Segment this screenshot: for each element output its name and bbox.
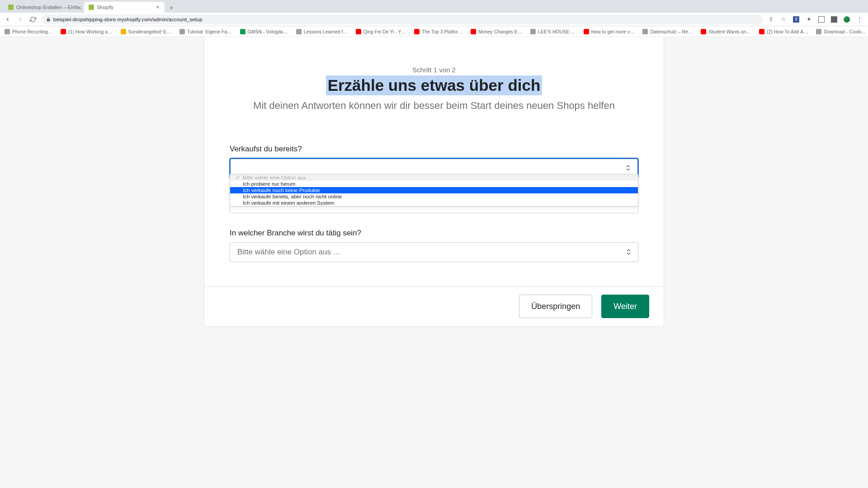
tab-label: Onlineshop Erstellen – Einfac bbox=[16, 5, 81, 10]
select-already-selling[interactable]: ✓Bitte wähle eine Option aus … Ich probi… bbox=[230, 158, 638, 178]
bookmark-item[interactable]: GMSN - Vologda… bbox=[240, 29, 288, 34]
back-icon[interactable] bbox=[4, 15, 12, 23]
bookmark-label: Phone Recycling… bbox=[12, 29, 52, 34]
bookmark-item[interactable]: LEE'S HOUSE:… bbox=[530, 29, 576, 34]
bookmark-label: GMSN - Vologda… bbox=[248, 29, 288, 34]
bookmark-label: Student Wants an… bbox=[708, 29, 751, 34]
bookmark-item[interactable]: Qing Fei De Yi - Y… bbox=[356, 29, 406, 34]
bookmark-favicon-icon bbox=[642, 29, 648, 34]
bookmark-item[interactable]: (1) How Working a… bbox=[61, 29, 112, 34]
favicon-icon bbox=[89, 5, 94, 10]
url-text: beispiel-dropshipping-store.myshopify.co… bbox=[53, 17, 203, 22]
tab-label: Shopify bbox=[97, 5, 113, 10]
bookmark-label: Tutorial: Eigene Fa… bbox=[187, 29, 232, 34]
question3-label: In welcher Branche wirst du tätig sein? bbox=[230, 229, 638, 238]
bookmark-label: LEE'S HOUSE:… bbox=[538, 29, 576, 34]
dropdown-option[interactable]: Ich verkaufe mit einem anderen System bbox=[230, 200, 638, 206]
bookmark-label: Money Changes E… bbox=[478, 29, 522, 34]
bookmark-favicon-icon bbox=[414, 29, 420, 34]
select-industry[interactable]: Bitte wähle eine Option aus … bbox=[230, 242, 638, 262]
ext-icon[interactable]: f bbox=[793, 16, 799, 23]
bookmark-item[interactable]: (2) How To Add A… bbox=[759, 29, 808, 34]
bookmark-label: Download - Cooki… bbox=[824, 29, 866, 34]
extension-icons: ⇧ ☆ f ✦ ⋮ bbox=[768, 16, 864, 23]
page-title: Erzähle uns etwas über dich bbox=[326, 75, 542, 95]
bookmark-label: (1) How Working a… bbox=[68, 29, 112, 34]
new-tab-button[interactable]: + bbox=[166, 3, 176, 13]
tab-onlineshop[interactable]: Onlineshop Erstellen – Einfac × bbox=[4, 2, 84, 13]
dropdown-option[interactable]: Ich probiere nur herum bbox=[230, 181, 638, 187]
bookmark-favicon-icon bbox=[356, 29, 361, 34]
bookmark-favicon-icon bbox=[759, 29, 764, 34]
toolbar: beispiel-dropshipping-store.myshopify.co… bbox=[0, 13, 868, 26]
dropdown-option-selected[interactable]: Ich verkaufe noch keine Produkte bbox=[230, 187, 638, 193]
ext-icon[interactable] bbox=[818, 16, 825, 23]
bookmark-label: Sonderangebot! E… bbox=[128, 29, 171, 34]
bookmark-favicon-icon bbox=[296, 29, 302, 34]
reload-icon[interactable] bbox=[29, 15, 37, 23]
puzzle-icon[interactable]: ✦ bbox=[806, 16, 812, 23]
bookmark-label: (2) How To Add A… bbox=[767, 29, 808, 34]
dropdown-options: ✓Bitte wähle eine Option aus … Ich probi… bbox=[230, 174, 638, 206]
forward-icon[interactable] bbox=[16, 15, 24, 23]
browser-chrome: Onlineshop Erstellen – Einfac × Shopify … bbox=[0, 0, 868, 37]
select-placeholder: Bitte wähle eine Option aus … bbox=[237, 248, 341, 257]
viewport: Schritt 1 von 2 Erzähle uns etwas über d… bbox=[0, 37, 868, 488]
chevron-updown-icon bbox=[626, 165, 630, 171]
star-icon[interactable]: ☆ bbox=[780, 16, 787, 23]
bookmark-item[interactable]: Tutorial: Eigene Fa… bbox=[179, 29, 232, 34]
select-input[interactable]: Bitte wähle eine Option aus … bbox=[230, 242, 638, 262]
bookmark-favicon-icon bbox=[530, 29, 536, 34]
bookmark-favicon-icon bbox=[121, 29, 126, 34]
bookmark-item[interactable]: Student Wants an… bbox=[701, 29, 751, 34]
lock-icon bbox=[46, 17, 51, 22]
bookmark-item[interactable]: Datenschutz – Re… bbox=[642, 29, 693, 34]
bookmark-favicon-icon bbox=[61, 29, 66, 34]
bookmark-item[interactable]: Sonderangebot! E… bbox=[121, 29, 171, 34]
onboarding-card: Schritt 1 von 2 Erzähle uns etwas über d… bbox=[204, 37, 664, 327]
page-subtitle: Mit deinen Antworten können wir dir bess… bbox=[226, 99, 642, 113]
bookmark-item[interactable]: Phone Recycling… bbox=[5, 29, 52, 34]
bookmark-label: Lessons Learned f… bbox=[304, 29, 348, 34]
bookmark-favicon-icon bbox=[179, 29, 185, 34]
ext-icon[interactable] bbox=[831, 16, 837, 23]
bookmark-favicon-icon bbox=[5, 29, 10, 34]
next-button[interactable]: Weiter bbox=[601, 295, 649, 318]
tab-strip: Onlineshop Erstellen – Einfac × Shopify … bbox=[0, 0, 868, 13]
bookmark-item[interactable]: Money Changes E… bbox=[471, 29, 522, 34]
chevron-updown-icon bbox=[627, 249, 631, 255]
bookmark-item[interactable]: How to get more v… bbox=[584, 29, 635, 34]
bookmark-favicon-icon bbox=[240, 29, 245, 34]
bookmark-item[interactable]: Lessons Learned f… bbox=[296, 29, 348, 34]
bookmark-label: Datenschutz – Re… bbox=[650, 29, 693, 34]
bookmark-item[interactable]: Download - Cooki… bbox=[816, 29, 866, 34]
address-bar[interactable]: beispiel-dropshipping-store.myshopify.co… bbox=[42, 14, 763, 24]
question1-label: Verkaufst du bereits? bbox=[230, 145, 638, 154]
dropdown-option-placeholder[interactable]: ✓Bitte wähle eine Option aus … bbox=[230, 174, 638, 181]
bookmark-favicon-icon bbox=[471, 29, 476, 34]
bookmark-label: How to get more v… bbox=[591, 29, 635, 34]
menu-icon[interactable]: ⋮ bbox=[856, 16, 863, 23]
step-indicator: Schritt 1 von 2 bbox=[226, 66, 642, 74]
bookmark-item[interactable]: The Top 3 Platfor… bbox=[414, 29, 462, 34]
close-icon[interactable]: × bbox=[156, 5, 160, 9]
bookmark-label: The Top 3 Platfor… bbox=[422, 29, 462, 34]
bookmarks-bar: Phone Recycling…(1) How Working a…Sonder… bbox=[0, 26, 868, 37]
bookmark-favicon-icon bbox=[584, 29, 589, 34]
dropdown-option[interactable]: Ich verkaufe bereits, aber noch nicht on… bbox=[230, 193, 638, 200]
bookmark-favicon-icon bbox=[701, 29, 706, 34]
tab-shopify[interactable]: Shopify × bbox=[84, 2, 165, 13]
card-footer: Überspringen Weiter bbox=[204, 286, 664, 326]
profile-avatar[interactable] bbox=[844, 16, 850, 23]
share-icon[interactable]: ⇧ bbox=[768, 16, 774, 23]
bookmark-favicon-icon bbox=[816, 29, 821, 34]
skip-button[interactable]: Überspringen bbox=[519, 295, 592, 318]
favicon-icon bbox=[8, 5, 14, 10]
bookmark-label: Qing Fei De Yi - Y… bbox=[363, 29, 406, 34]
